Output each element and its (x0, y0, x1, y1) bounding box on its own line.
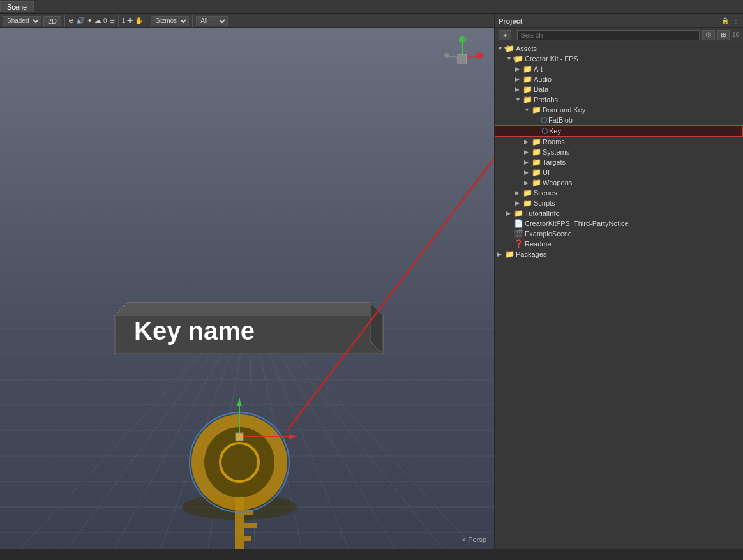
tree-item-ui[interactable]: ▶ 📁 UI (495, 167, 743, 178)
systems-arrow: ▶ (524, 149, 532, 155)
scene-canvas: Key name (0, 28, 494, 549)
separator1 (64, 15, 65, 27)
audio-arrow: ▶ (515, 76, 523, 82)
tree-item-weapons[interactable]: ▶ 📁 Weapons (495, 178, 743, 188)
art-arrow: ▶ (515, 66, 523, 72)
svg-rect-52 (458, 54, 467, 63)
tree-item-audio[interactable]: ▶ 📁 Audio (495, 74, 743, 84)
ui-label: UI (543, 169, 550, 176)
tutorial-folder-icon: 📁 (514, 209, 523, 218)
svg-rect-0 (0, 28, 494, 314)
notice-label: CreatorKitFPS_Third-PartyNotice (525, 220, 629, 227)
svg-rect-41 (236, 433, 243, 441)
shaded-dropdown[interactable]: Shaded (3, 16, 41, 26)
grid-icon: ⊞ (109, 17, 115, 25)
tree-item-systems[interactable]: ▶ 📁 Systems (495, 147, 743, 157)
scene-gizmo: Y X (440, 33, 484, 78)
tree-item-fatblob[interactable]: ⬡ FatBlob (495, 115, 743, 125)
transform-icon: ⊕ (68, 17, 74, 25)
systems-label: Systems (543, 148, 569, 156)
svg-rect-32 (235, 497, 244, 549)
weapons-arrow: ▶ (524, 179, 532, 186)
filter-button[interactable]: ⊞ (717, 30, 730, 40)
key-label: Key (549, 127, 561, 135)
persp-label: < Persp (462, 536, 486, 543)
svg-point-51 (444, 53, 449, 58)
project-panel-header: Project 🔒 ⋮ (495, 14, 743, 28)
project-panel: Project 🔒 ⋮ + ⚙ ⊞ 16 ▼ 📁 Assets ▼ (494, 14, 743, 549)
tree-item-prefabs[interactable]: ▼ 📁 Prefabs (495, 95, 743, 105)
tree-item-key[interactable]: ⬡ Key (495, 125, 743, 137)
tree-item-rooms[interactable]: ▶ 📁 Rooms (495, 137, 743, 147)
num1-label: 1 (122, 17, 126, 24)
tree-item-assets[interactable]: ▼ 📁 Assets (495, 43, 743, 54)
svg-text:Key name: Key name (134, 317, 255, 345)
bottom-bar (0, 549, 743, 560)
tree-item-example-scene[interactable]: 🎬 ExampleScene (495, 229, 743, 239)
svg-text:X: X (481, 53, 484, 59)
data-arrow: ▶ (515, 86, 523, 93)
creator-kit-arrow: ▼ (506, 56, 514, 62)
tree-item-notice[interactable]: 📄 CreatorKitFPS_Third-PartyNotice (495, 218, 743, 229)
tree-item-door-and-key[interactable]: ▼ 📁 Door and Key (495, 105, 743, 115)
data-folder-icon: 📁 (523, 85, 532, 94)
scenes-arrow: ▶ (515, 190, 523, 196)
project-panel-title: Project (499, 17, 522, 25)
rooms-folder-icon: 📁 (532, 137, 541, 146)
readme-icon: ❓ (514, 239, 523, 248)
targets-arrow: ▶ (524, 159, 532, 165)
scripts-arrow: ▶ (515, 200, 523, 206)
notice-file-icon: 📄 (514, 219, 523, 228)
audio-label: Audio (534, 75, 552, 83)
gizmos-dropdown[interactable]: Gizmos (151, 16, 189, 26)
tree-item-art[interactable]: ▶ 📁 Art (495, 64, 743, 74)
example-scene-label: ExampleScene (525, 230, 572, 238)
creator-kit-label: Creator Kit - FPS (525, 55, 578, 63)
tree-item-packages[interactable]: ▶ 📁 Packages (495, 249, 743, 259)
num16-label: 16 (732, 31, 739, 38)
hand-icon: ✋ (135, 17, 144, 25)
tutorial-label: TutorialInfo (525, 209, 560, 217)
2d-button[interactable]: 2D (43, 16, 61, 26)
tree-item-scripts[interactable]: ▶ 📁 Scripts (495, 198, 743, 208)
tree-item-readme[interactable]: ❓ Readme (495, 239, 743, 249)
move-icon: ✚ (127, 17, 133, 25)
tree-item-tutorial-info[interactable]: ▶ 📁 TutorialInfo (495, 208, 743, 218)
systems-folder-icon: 📁 (532, 148, 541, 156)
audio-icon: 🔊 (76, 17, 85, 25)
tree-item-data[interactable]: ▶ 📁 Data (495, 84, 743, 95)
svg-rect-34 (244, 523, 257, 528)
readme-label: Readme (525, 240, 552, 248)
svg-rect-35 (244, 536, 251, 541)
more-icon[interactable]: ⋮ (733, 17, 739, 24)
door-key-folder-icon: 📁 (532, 105, 541, 114)
search-button[interactable]: ⚙ (702, 30, 715, 40)
search-input[interactable] (517, 30, 699, 40)
scene-tab[interactable]: Scene (0, 1, 34, 12)
assets-folder-icon: 📁 (505, 44, 514, 53)
door-key-arrow: ▼ (524, 107, 532, 113)
tree-item-scenes[interactable]: ▶ 📁 Scenes (495, 188, 743, 198)
assets-arrow: ▼ (497, 45, 505, 52)
prefabs-folder-icon: 📁 (523, 95, 532, 104)
tree-item-creator-kit[interactable]: ▼ 📁 Creator Kit - FPS (495, 54, 743, 64)
scenes-label: Scenes (534, 189, 557, 197)
ui-folder-icon: 📁 (532, 168, 541, 177)
packages-label: Packages (516, 250, 546, 258)
skybox-icon: ☁ (94, 17, 101, 25)
prefabs-label: Prefabs (534, 96, 558, 103)
tutorial-arrow: ▶ (506, 210, 514, 216)
separator3 (147, 15, 147, 27)
project-tree[interactable]: ▼ 📁 Assets ▼ 📁 Creator Kit - FPS ▶ 📁 Art… (495, 42, 743, 549)
key-prefab-icon: ⬡ (541, 126, 548, 135)
scene-view[interactable]: Shaded 2D ⊕ 🔊 ✦ ☁ 0 ⊞ 1 ✚ ✋ Gizmos All (0, 14, 494, 549)
all-dropdown[interactable]: All (196, 16, 228, 26)
targets-label: Targets (543, 158, 566, 166)
num-label: 0 (103, 17, 107, 24)
add-button[interactable]: + (499, 30, 511, 40)
tree-item-targets[interactable]: ▶ 📁 Targets (495, 157, 743, 167)
packages-arrow: ▶ (497, 251, 505, 257)
lock-icon[interactable]: 🔒 (721, 17, 729, 24)
weapons-label: Weapons (543, 179, 572, 186)
audio-folder-icon: 📁 (523, 75, 532, 84)
